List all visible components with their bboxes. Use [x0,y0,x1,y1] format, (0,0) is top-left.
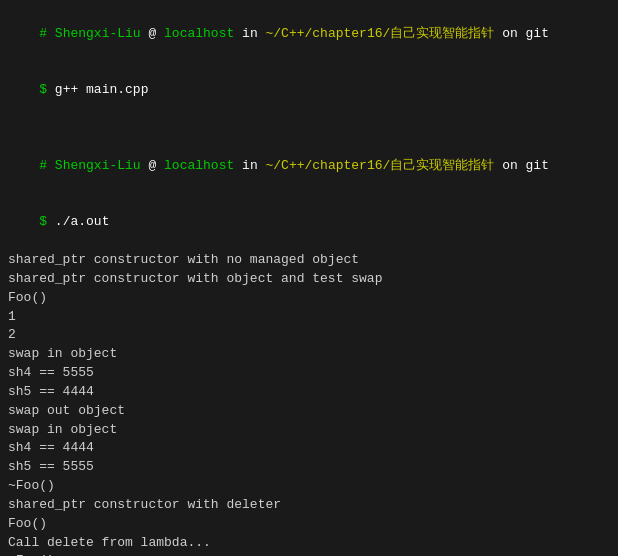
command-line-1: $ g++ main.cpp [8,63,610,120]
blank-line [8,119,610,138]
output-13: ~Foo() [8,477,610,496]
prompt-line-2: # Shengxi-Liu @ localhost in ~/C++/chapt… [8,138,610,195]
output-12: sh5 == 5555 [8,458,610,477]
username-2: Shengxi-Liu [55,158,141,173]
output-5: 2 [8,326,610,345]
path-1: ~/C++/chapter16/自己实现智能指针 [266,26,495,41]
at-2: @ [141,158,164,173]
on-2: on git [494,158,549,173]
command-line-2: $ ./a.out [8,194,610,251]
output-11: sh4 == 4444 [8,439,610,458]
output-6: swap in object [8,345,610,364]
in-1: in [234,26,265,41]
output-8: sh5 == 4444 [8,383,610,402]
prompt-hash-1: # [39,26,55,41]
output-7: sh4 == 5555 [8,364,610,383]
output-15: Foo() [8,515,610,534]
at-1: @ [141,26,164,41]
output-16: Call delete from lambda... [8,534,610,553]
hostname-1: localhost [164,26,234,41]
on-1: on git [494,26,549,41]
output-1: shared_ptr constructor with no managed o… [8,251,610,270]
output-14: shared_ptr constructor with deleter [8,496,610,515]
dollar-2: $ [39,214,55,229]
output-3: Foo() [8,289,610,308]
username-1: Shengxi-Liu [55,26,141,41]
output-17: ~Foo() [8,552,610,556]
cmd-1: g++ main.cpp [55,82,149,97]
prompt-line-1: # Shengxi-Liu @ localhost in ~/C++/chapt… [8,6,610,63]
cmd-2: ./a.out [55,214,110,229]
dollar-1: $ [39,82,55,97]
path-2: ~/C++/chapter16/自己实现智能指针 [266,158,495,173]
output-2: shared_ptr constructor with object and t… [8,270,610,289]
in-2: in [234,158,265,173]
hostname-2: localhost [164,158,234,173]
output-9: swap out object [8,402,610,421]
output-4: 1 [8,308,610,327]
prompt-hash-2: # [39,158,55,173]
output-10: swap in object [8,421,610,440]
terminal: # Shengxi-Liu @ localhost in ~/C++/chapt… [0,0,618,556]
